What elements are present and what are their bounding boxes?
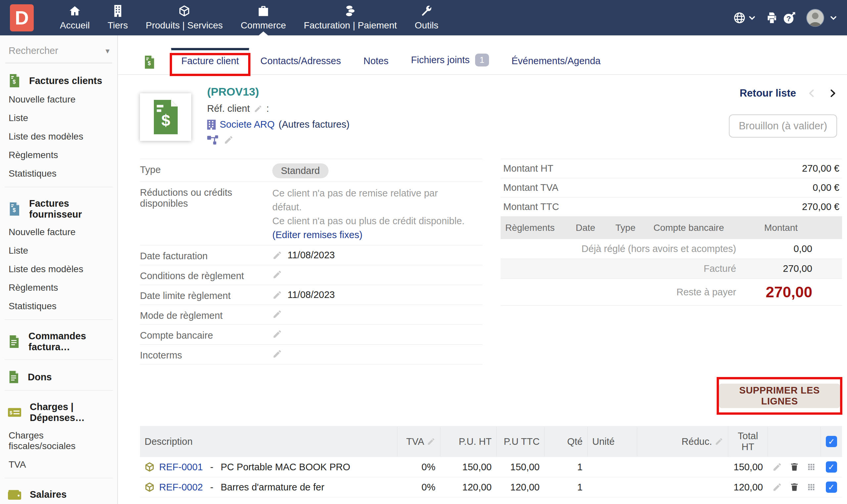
edit-ref-client-icon[interactable]: [254, 105, 262, 113]
menu-accueil[interactable]: Accueil: [60, 0, 90, 35]
ref-sep: -: [208, 482, 216, 493]
field-row-conditions-reglement: Conditions de règlement: [140, 265, 482, 285]
svg-text:$: $: [13, 207, 16, 213]
product-ref-link[interactable]: REF-0001: [159, 462, 203, 472]
tab-facture-client[interactable]: Facture client: [171, 48, 249, 75]
sidebar-item-statistiques-fournisseur[interactable]: Statistiques: [5, 297, 113, 316]
line-qty: 1: [544, 478, 587, 497]
menu-commerce[interactable]: Commerce: [241, 0, 286, 35]
field-row-date-facturation: Date facturation 11/08/2023: [140, 246, 482, 265]
invoice-supplier-icon: $: [8, 202, 20, 216]
drag-handle-icon[interactable]: [807, 483, 816, 492]
field-label: Réductions ou crédits disponibles: [140, 185, 272, 209]
sidebar-item-factures-clients[interactable]: $ Factures clients: [5, 71, 113, 90]
sidebar-section-commandes: Commandes factura…: [5, 320, 113, 360]
sidebar-search-input[interactable]: Rechercher ▾: [5, 45, 112, 63]
invoice-photo-card: $: [140, 93, 191, 141]
menu-label: Commerce: [241, 20, 286, 31]
edit-project-icon[interactable]: [224, 135, 234, 145]
line-checkbox[interactable]: ✓: [826, 482, 837, 493]
edit-date-facturation-icon[interactable]: [272, 250, 282, 260]
tab-contacts-adresses[interactable]: Contacts/Adresses: [249, 49, 352, 74]
edit-line-icon[interactable]: [772, 462, 782, 472]
edit-tva-icon[interactable]: [427, 437, 436, 446]
edit-incoterms-icon[interactable]: [272, 349, 282, 359]
annotation-box-delete-lines: SUPPRIMER LES LIGNES: [717, 377, 842, 415]
billed-value: 270,00: [736, 263, 842, 274]
menu-tiers[interactable]: Tiers: [107, 0, 128, 35]
sidebar-item-liste-des-modeles[interactable]: Liste des modèles: [5, 127, 113, 146]
discounts-line2: Ce client n'a pas ou plus de crédit disp…: [272, 216, 464, 226]
sidebar-item-salaires[interactable]: Salaires: [5, 486, 113, 503]
sidebar-item-liste[interactable]: Liste: [5, 109, 113, 127]
sidebar-item-reglements-fournisseur[interactable]: Règlements: [5, 278, 113, 297]
edit-reduc-icon[interactable]: [714, 437, 723, 446]
edit-conditions-icon[interactable]: [272, 270, 282, 280]
sidebar-item-nouvelle-facture[interactable]: Nouvelle facture: [5, 90, 113, 109]
prev-record-icon[interactable]: [807, 88, 816, 99]
edit-compte-bancaire-icon[interactable]: [272, 329, 282, 339]
actions-area: SUPPRIMER LES LIGNES: [118, 377, 847, 419]
billed-row: Facturé 270,00: [500, 259, 842, 279]
edit-mode-reglement-icon[interactable]: [272, 309, 282, 319]
col-total-ht: Total HT: [728, 426, 767, 457]
chevron-down-icon: [829, 14, 838, 22]
back-to-list-link[interactable]: Retour liste: [740, 87, 796, 99]
invoice-doc-icon: $: [151, 100, 180, 134]
edit-line-icon[interactable]: [772, 482, 782, 492]
delete-line-icon[interactable]: [790, 482, 799, 492]
company-link[interactable]: Societe ARQ: [220, 119, 275, 130]
cube-icon: [178, 4, 190, 17]
sidebar-item-nouvelle-facture-fournisseur[interactable]: Nouvelle facture: [5, 223, 113, 241]
menu-produits-services[interactable]: Produits | Services: [145, 0, 223, 35]
line-checkbox[interactable]: ✓: [826, 461, 837, 472]
already-paid-row: Déjà réglé (hors avoirs et acomptes) 0,0…: [500, 239, 842, 259]
line-tva: 0%: [397, 457, 440, 477]
menu-label: Tiers: [107, 20, 128, 31]
product-ref-link[interactable]: REF-0002: [159, 482, 203, 493]
sidebar-item-reglements[interactable]: Règlements: [5, 146, 113, 164]
sidebar-item-charges-fiscales-sociales[interactable]: Charges fiscales/sociales: [5, 426, 113, 455]
line-actions: [767, 478, 820, 497]
section-title: Charges | Dépenses…: [30, 401, 113, 423]
app-logo[interactable]: D: [10, 4, 34, 32]
sidebar-section-salaires: Salaires: [5, 478, 113, 504]
delete-lines-button[interactable]: SUPPRIMER LES LIGNES: [719, 384, 840, 408]
sidebar-item-charges-depenses[interactable]: $ Charges | Dépenses…: [5, 398, 113, 426]
sidebar-item-dons[interactable]: Dons: [5, 368, 113, 386]
tab-evenements-agenda[interactable]: Événements/Agenda: [500, 49, 612, 74]
sidebar-item-tva[interactable]: TVA: [5, 455, 113, 474]
drag-handle-icon[interactable]: [807, 462, 816, 472]
sidebar-item-factures-fournisseur[interactable]: $ Factures fournisseur: [5, 195, 113, 223]
col-date: Date: [576, 222, 615, 233]
tab-notes[interactable]: Notes: [352, 49, 400, 74]
print-button[interactable]: [765, 12, 778, 24]
language-selector[interactable]: [733, 12, 756, 24]
next-record-icon[interactable]: [828, 88, 837, 99]
sidebar-item-commandes-facturables[interactable]: Commandes factura…: [5, 328, 113, 356]
user-menu[interactable]: [806, 8, 838, 27]
add-line-area: Ligne libre de type ▾ Produits/Services …: [140, 500, 842, 504]
amounts-summary: Montant HT 270,00 € Montant TVA 0,00 € M…: [500, 159, 842, 306]
edit-fixed-discounts-link[interactable]: (Editer remises fixes): [272, 230, 362, 240]
select-all-checkbox[interactable]: ✓: [826, 436, 837, 447]
sidebar-item-liste-des-modeles-fournisseur[interactable]: Liste des modèles: [5, 260, 113, 278]
menu-outils[interactable]: Outils: [415, 0, 439, 35]
field-row-date-limite: Date limite règlement 11/08/2023: [140, 285, 482, 305]
ref-sep: -: [208, 462, 216, 472]
sidebar-item-liste-fournisseur[interactable]: Liste: [5, 241, 113, 260]
help-button[interactable]: ?: [783, 11, 796, 24]
chevron-down-icon: ▾: [106, 46, 109, 56]
sidebar-section-factures-fournisseur: $ Factures fournisseur Nouvelle facture …: [5, 187, 113, 320]
svg-text:$: $: [147, 60, 151, 66]
lines-header: Description TVA P.U. HT P.U TTC Qté Unit…: [140, 426, 842, 457]
delete-line-icon[interactable]: [790, 462, 799, 472]
invoice-mini-icon: $: [143, 55, 155, 69]
edit-date-limite-icon[interactable]: [272, 290, 282, 300]
menu-facturation-paiement[interactable]: Facturation | Paiement: [304, 0, 397, 35]
col-reglements: Règlements: [505, 222, 576, 233]
tab-fichiers-joints[interactable]: Fichiers joints 1: [400, 47, 500, 74]
wrench-icon: [421, 4, 432, 17]
sidebar-item-statistiques[interactable]: Statistiques: [5, 164, 113, 183]
product-cube-icon: [145, 482, 155, 492]
